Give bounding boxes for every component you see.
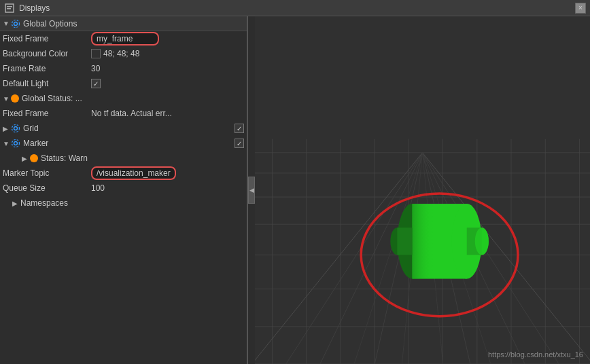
main-layout: ▼ Global Options Fixed Frame my_frame Ba…	[0, 16, 590, 364]
collapse-handle[interactable]: ◀	[248, 177, 255, 204]
watermark: https://blog.csdn.net/xtxu_16	[488, 350, 583, 359]
warning-dot-status	[11, 94, 19, 103]
collapse-arrow-global: ▼	[3, 20, 10, 27]
title-bar-title: Displays	[19, 3, 575, 13]
panel-divider: ◀	[248, 16, 255, 364]
title-bar: Displays ×	[0, 0, 590, 16]
global-options-label: Global Options	[23, 19, 244, 29]
color-swatch[interactable]	[91, 49, 101, 58]
fixed-frame-row: Fixed Frame my_frame	[0, 31, 247, 46]
marker-topic-value[interactable]: /visualization_maker	[91, 166, 176, 180]
queue-size-row: Queue Size 100	[0, 181, 247, 196]
collapse-arrow-ns: ▶	[12, 200, 19, 207]
background-color-row: Background Color 48; 48; 48	[0, 46, 247, 61]
collapse-arrow-grid: ▶	[3, 125, 10, 132]
gear-icon-grid	[11, 124, 20, 133]
svg-point-7	[14, 142, 18, 145]
global-status-label: Global Status: ...	[22, 94, 244, 103]
frame-rate-row: Frame Rate 30	[0, 61, 247, 76]
grid-checkbox[interactable]: ✓	[235, 124, 244, 133]
svg-rect-2	[7, 8, 11, 10]
marker-header[interactable]: ▼ Marker ✓	[0, 136, 247, 151]
collapse-arrow-status: ▼	[3, 95, 10, 103]
namespaces-row[interactable]: ▶ Namespaces	[0, 196, 247, 211]
marker-status-header[interactable]: ▶ Status: Warn	[0, 151, 247, 166]
viewport-3d[interactable]: https://blog.csdn.net/xtxu_16	[255, 16, 590, 364]
grid-header[interactable]: ▶ Grid ✓	[0, 121, 247, 136]
marker-topic-row: Marker Topic /visualization_maker	[0, 166, 247, 181]
collapse-arrow-marker: ▼	[3, 140, 10, 147]
close-button[interactable]: ×	[575, 3, 586, 14]
svg-point-8	[12, 140, 20, 147]
title-bar-icon	[4, 3, 15, 14]
global-status-header[interactable]: ▼ Global Status: ...	[0, 91, 247, 106]
warning-dot-marker	[30, 154, 38, 162]
default-light-label: Default Light	[3, 79, 91, 88]
gear-icon-global	[11, 19, 20, 29]
marker-label: Marker	[23, 139, 235, 148]
svg-point-5	[14, 127, 18, 130]
svg-rect-43	[412, 204, 466, 278]
svg-point-46	[475, 228, 489, 255]
frame-rate-label: Frame Rate	[3, 64, 91, 73]
global-status-fixed-frame-label: Fixed Frame	[3, 109, 91, 118]
fixed-frame-label: Fixed Frame	[3, 34, 91, 43]
queue-size-value: 100	[91, 183, 244, 193]
svg-rect-48	[397, 228, 412, 255]
global-options-header[interactable]: ▼ Global Options	[0, 16, 247, 31]
default-light-checkbox[interactable]: ✓	[91, 79, 101, 88]
svg-rect-1	[7, 6, 12, 7]
svg-point-4	[12, 20, 20, 27]
default-light-row: Default Light ✓	[0, 76, 247, 91]
collapse-arrow-warn: ▶	[22, 155, 29, 162]
namespaces-label: Namespaces	[20, 198, 244, 208]
svg-rect-9	[255, 16, 590, 364]
scene-svg	[255, 16, 590, 364]
fixed-frame-value[interactable]: my_frame	[91, 32, 159, 46]
svg-point-6	[12, 125, 20, 132]
gear-icon-marker	[11, 139, 20, 148]
grid-label: Grid	[23, 124, 235, 133]
marker-status-label: Status: Warn	[41, 153, 244, 163]
svg-point-3	[14, 22, 18, 25]
marker-checkbox[interactable]: ✓	[235, 139, 244, 148]
marker-topic-label: Marker Topic	[3, 168, 91, 178]
frame-rate-value: 30	[91, 64, 244, 73]
background-color-label: Background Color	[3, 49, 91, 58]
global-status-fixed-frame-row: Fixed Frame No tf data. Actual err...	[0, 106, 247, 121]
global-status-fixed-frame-value: No tf data. Actual err...	[91, 109, 244, 118]
queue-size-label: Queue Size	[3, 183, 91, 193]
background-color-value: 48; 48; 48	[103, 49, 244, 58]
displays-panel: ▼ Global Options Fixed Frame my_frame Ba…	[0, 16, 248, 364]
